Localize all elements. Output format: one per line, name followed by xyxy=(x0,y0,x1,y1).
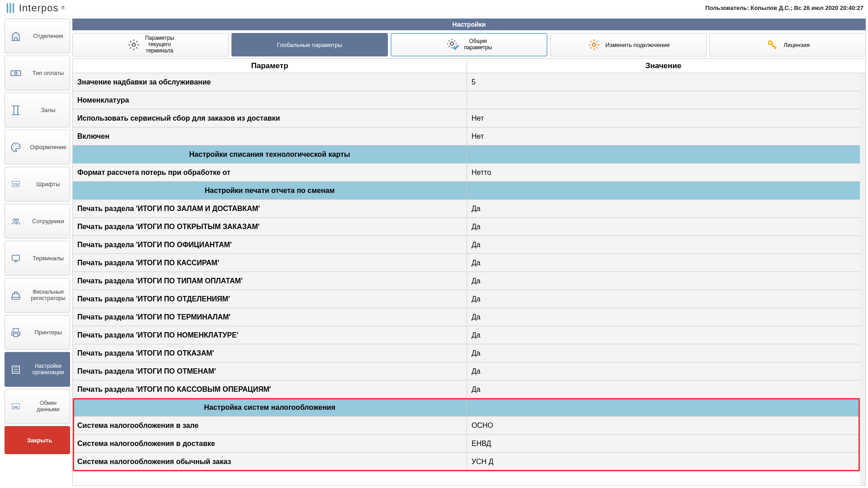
tab-license[interactable]: Лицензия xyxy=(709,33,866,56)
svg-point-4 xyxy=(17,145,18,146)
tab-common-params[interactable]: Общие параметры xyxy=(391,33,548,56)
table-row[interactable]: Печать раздела 'ИТОГИ ПО НОМЕНКЛАТУРЕ'Да xyxy=(73,326,865,344)
palette-icon xyxy=(9,141,22,154)
printer-icon xyxy=(9,326,22,339)
cell-param: Печать раздела 'ИТОГИ ПО ЗАЛАМ И ДОСТАВК… xyxy=(73,200,467,217)
cell-value[interactable]: Да xyxy=(467,290,860,308)
column-header-param[interactable]: Параметр xyxy=(73,59,467,73)
cell-value[interactable]: Да xyxy=(467,272,860,290)
table-row[interactable]: Система налогообложения в доставкеЕНВД xyxy=(73,435,865,453)
sidebar-item-decoration[interactable]: Оформление xyxy=(5,130,70,164)
cell-value[interactable]: Да xyxy=(467,380,860,398)
sidebar-item-label: Настройки организации xyxy=(27,363,70,376)
toolbar: Параметры текущего терминала Глобальные … xyxy=(72,33,866,56)
sidebar-item-label: Залы xyxy=(27,107,70,114)
cell-param: Значение надбавки за обслуживание xyxy=(73,73,467,91)
grid-body[interactable]: Значение надбавки за обслуживание5Номенк… xyxy=(73,73,865,485)
cell-param: Включен xyxy=(73,127,467,145)
table-row[interactable]: Печать раздела 'ИТОГИ ПО ОТКРЫТЫМ ЗАКАЗА… xyxy=(73,218,865,236)
building-icon xyxy=(9,30,22,42)
gear-icon xyxy=(127,38,141,52)
sidebar-item-departments[interactable]: Отделения xyxy=(5,19,70,53)
sidebar-item-fonts[interactable]: TTF Шрифты xyxy=(5,167,70,202)
table-row[interactable]: Значение надбавки за обслуживание5 xyxy=(73,73,865,91)
cell-value[interactable] xyxy=(467,91,860,109)
table-row[interactable]: Формат рассчета потерь при обработке отН… xyxy=(73,164,865,182)
app-name: Interpos xyxy=(19,2,59,14)
ttf-icon: TTF xyxy=(9,178,22,191)
table-row[interactable]: Номенклатура xyxy=(73,91,865,109)
sidebar-item-fiscal[interactable]: Фискальные регистраторы xyxy=(5,278,70,313)
cell-value[interactable]: Нет xyxy=(467,127,860,145)
svg-point-17 xyxy=(769,42,771,44)
table-row[interactable]: Печать раздела 'ИТОГИ ПО КАССИРАМ'Да xyxy=(73,254,865,272)
sidebar-item-paymenttype[interactable]: Тип оплаты xyxy=(5,56,70,90)
svg-point-13 xyxy=(132,43,135,47)
table-row[interactable]: Использовать сервисный сбор для заказов … xyxy=(73,109,865,127)
sidebar-item-halls[interactable]: Залы xyxy=(5,93,70,127)
table-row[interactable]: Печать раздела 'ИТОГИ ПО ТИПАМ ОПЛАТАМ'Д… xyxy=(73,272,865,290)
cell-value[interactable]: Да xyxy=(467,236,860,253)
svg-text:XML: XML xyxy=(13,405,19,408)
people-icon xyxy=(9,215,22,228)
table-row[interactable]: ВключенНет xyxy=(73,127,865,145)
cash-icon xyxy=(9,67,22,80)
sidebar-item-orgsettings[interactable]: Настройки организации xyxy=(5,352,70,387)
cell-value[interactable]: Нетто xyxy=(467,164,860,181)
cell-value[interactable]: Нет xyxy=(467,109,860,127)
table-row[interactable]: Печать раздела 'ИТОГИ ПО ОТДЕЛЕНИЯМ'Да xyxy=(73,290,865,308)
cell-param: Настройка систем налогообложения xyxy=(73,399,467,416)
close-label: Закрыть xyxy=(27,437,52,444)
sidebar-item-staff[interactable]: Сотрудники xyxy=(5,204,70,239)
cell-param: Печать раздела 'ИТОГИ ПО НОМЕНКЛАТУРЕ' xyxy=(73,326,467,344)
table-row[interactable]: Система налогообложения обычный заказУСН… xyxy=(73,453,865,471)
cell-param: Печать раздела 'ИТОГИ ПО КАССИРАМ' xyxy=(73,254,467,272)
sidebar-item-label: Фискальные регистраторы xyxy=(27,289,70,302)
sidebar-item-label: Шрифты xyxy=(27,181,70,188)
close-button[interactable]: Закрыть xyxy=(5,426,70,454)
cell-value[interactable]: Да xyxy=(467,200,860,217)
cell-param: Печать раздела 'ИТОГИ ПО ОТКРЫТЫМ ЗАКАЗА… xyxy=(73,218,467,235)
table-row[interactable]: Печать раздела 'ИТОГИ ПО ОТКАЗАМ'Да xyxy=(73,344,865,362)
cell-value[interactable]: Да xyxy=(467,344,860,362)
cell-value[interactable]: Да xyxy=(467,254,860,272)
tab-label: Общие параметры xyxy=(464,38,492,51)
table-row[interactable]: Система налогообложения в залеОСНО xyxy=(73,417,865,435)
svg-rect-0 xyxy=(11,70,21,75)
topbar: Interpos® Пользователь: Копылов Д.С.; Вс… xyxy=(0,0,868,16)
svg-point-15 xyxy=(593,43,596,47)
sidebar-item-printers[interactable]: Принтеры xyxy=(5,315,70,350)
cell-value[interactable]: Да xyxy=(467,362,860,380)
tab-label: Изменить подключение xyxy=(605,42,670,48)
section-header-row: Настройки печати отчета по сменам xyxy=(73,182,865,200)
cell-value[interactable]: Да xyxy=(467,308,860,326)
table-row[interactable]: Печать раздела 'ИТОГИ ПО ОФИЦИАНТАМ'Да xyxy=(73,236,865,254)
section-header-row: Настройка систем налогообложения xyxy=(73,399,865,417)
tab-terminal-params[interactable]: Параметры текущего терминала xyxy=(72,33,229,56)
cell-value[interactable]: 5 xyxy=(467,73,860,91)
svg-point-7 xyxy=(13,219,15,221)
table-row[interactable]: Печать раздела 'ИТОГИ ПО КАССОВЫМ ОПЕРАЦ… xyxy=(73,380,865,399)
cell-param: Печать раздела 'ИТОГИ ПО ОТКАЗАМ' xyxy=(73,344,467,362)
table-row[interactable]: Печать раздела 'ИТОГИ ПО ОТМЕНАМ'Да xyxy=(73,362,865,380)
cell-param: Система налогообложения обычный заказ xyxy=(73,453,467,470)
cell-value[interactable]: Да xyxy=(467,218,860,235)
table-row[interactable]: Печать раздела 'ИТОГИ ПО ТЕРМИНАЛАМ'Да xyxy=(73,308,865,326)
sidebar-item-xml[interactable]: XML Обмен данными xyxy=(5,389,70,424)
cell-value xyxy=(467,145,860,163)
cell-value[interactable]: ЕНВД xyxy=(467,435,860,452)
column-header-value[interactable]: Значение xyxy=(467,59,860,73)
user-info: Пользователь: Копылов Д.С.; Вс 26 июл 20… xyxy=(705,5,863,11)
cell-param: Печать раздела 'ИТОГИ ПО ТЕРМИНАЛАМ' xyxy=(73,308,467,326)
sidebar-item-label: Принтеры xyxy=(27,329,70,336)
sidebar-item-terminals[interactable]: Терминалы xyxy=(5,241,70,276)
door-icon xyxy=(9,104,22,117)
tab-change-connection[interactable]: Изменить подключение xyxy=(550,33,707,56)
cell-value[interactable]: ОСНО xyxy=(467,417,860,434)
tab-global-params[interactable]: Глобальные параметры xyxy=(231,33,388,56)
section-header-row: Настройки списания технологической карты xyxy=(73,145,865,164)
table-row[interactable]: Печать раздела 'ИТОГИ ПО ЗАЛАМ И ДОСТАВК… xyxy=(73,200,865,218)
cell-value[interactable]: УСН Д xyxy=(467,453,860,470)
scrollbar[interactable] xyxy=(860,73,865,485)
cell-value[interactable]: Да xyxy=(467,326,860,344)
